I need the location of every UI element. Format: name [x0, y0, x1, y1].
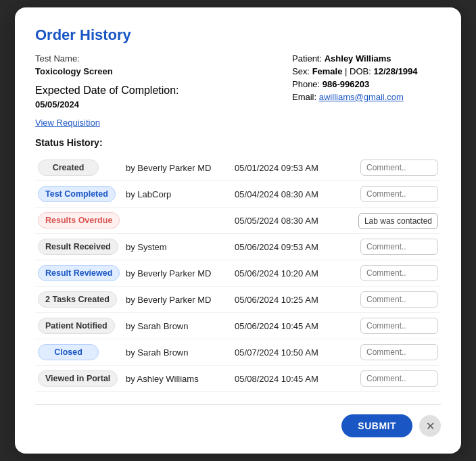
comment-input[interactable] [360, 318, 438, 334]
patient-name-line: Patient: Ashley Williams [292, 53, 441, 64]
sex-value: Female [312, 66, 343, 76]
sex-dob-line: Sex: Female | DOB: 12/28/1994 [292, 66, 441, 76]
info-right: Patient: Ashley Williams Sex: Female | D… [292, 53, 441, 110]
comment-input[interactable] [360, 344, 438, 360]
by-column: by Beverly Parker MD [123, 155, 232, 181]
by-column: by Beverly Parker MD [123, 260, 232, 287]
info-row: Test Name: Toxicology Screen Expected Da… [35, 53, 441, 110]
status-badge: 2 Tasks Created [38, 291, 117, 308]
by-column: by Sarah Brown [123, 313, 232, 339]
by-column: by Ashley Williams [123, 366, 232, 392]
status-badge: Viewed in Portal [38, 370, 118, 387]
date-column: 05/04/2024 08:30 AM [232, 181, 339, 208]
date-column: 05/05/2024 08:30 AM [232, 208, 339, 234]
date-column: 05/07/2024 10:50 AM [232, 339, 339, 366]
table-row: Createdby Beverly Parker MD05/01/2024 09… [35, 155, 441, 181]
expected-date-value: 05/05/2024 [35, 99, 179, 110]
expected-date-label: Expected Date of Completion: [35, 84, 179, 97]
phone-label: Phone: [292, 79, 320, 89]
table-row: Test Completedby LabCorp05/04/2024 08:30… [35, 181, 441, 208]
card-title: Order History [35, 26, 441, 44]
table-row: Patient Notifiedby Sarah Brown05/06/2024… [35, 313, 441, 339]
by-column [123, 208, 232, 234]
by-column: by LabCorp [123, 181, 232, 208]
date-column: 05/06/2024 10:45 AM [232, 313, 339, 339]
by-column: by Beverly Parker MD [123, 287, 232, 313]
order-history-card: Order History Test Name: Toxicology Scre… [15, 7, 461, 454]
phone-line: Phone: 986-996203 [292, 79, 441, 89]
status-badge: Created [38, 160, 99, 176]
test-name-value: Toxicology Screen [35, 66, 179, 76]
status-badge: Closed [38, 344, 99, 360]
table-row: Result Reviewedby Beverly Parker MD05/06… [35, 260, 441, 287]
dob-value: 12/28/1994 [374, 66, 418, 76]
comment-input[interactable] [360, 265, 438, 281]
divider [35, 404, 441, 405]
submit-button[interactable]: SUBMIT [341, 414, 412, 437]
date-column: 05/08/2024 10:45 AM [232, 366, 339, 392]
date-column: 05/06/2024 10:25 AM [232, 287, 339, 313]
info-left: Test Name: Toxicology Screen Expected Da… [35, 53, 179, 110]
view-requisition-link[interactable]: View Requisition [35, 118, 100, 128]
dob-label: DOB: [350, 66, 371, 76]
comment-input[interactable] [360, 239, 438, 255]
footer: SUBMIT ✕ [35, 414, 441, 437]
status-history-label: Status History: [35, 137, 441, 148]
email-label: Email: [292, 92, 316, 102]
email-line: Email: awilliams@gmail.com [292, 92, 441, 102]
comment-input[interactable] [360, 160, 438, 176]
date-column: 05/01/2024 09:53 AM [232, 155, 339, 181]
comment-input[interactable] [360, 186, 438, 202]
phone-value: 986-996203 [323, 79, 369, 89]
status-badge: Result Received [38, 239, 118, 255]
table-row: 2 Tasks Createdby Beverly Parker MD05/06… [35, 287, 441, 313]
date-column: 05/06/2024 09:53 AM [232, 234, 339, 260]
comment-input[interactable] [360, 370, 438, 387]
test-name-label: Test Name: [35, 53, 179, 64]
table-row: Result Receivedby System05/06/2024 09:53… [35, 234, 441, 260]
close-button[interactable]: ✕ [419, 415, 441, 437]
email-value[interactable]: awilliams@gmail.com [319, 92, 404, 102]
status-badge: Result Reviewed [38, 265, 120, 281]
sex-label: Sex: [292, 66, 310, 76]
status-badge: Test Completed [38, 186, 116, 202]
table-row: Closedby Sarah Brown05/07/2024 10:50 AM [35, 339, 441, 366]
history-table: Createdby Beverly Parker MD05/01/2024 09… [35, 155, 441, 392]
comment-filled: Lab was contacted [358, 213, 438, 229]
table-row: Results Overdue05/05/2024 08:30 AMLab wa… [35, 208, 441, 234]
date-column: 05/06/2024 10:20 AM [232, 260, 339, 287]
by-column: by Sarah Brown [123, 339, 232, 366]
patient-name: Ashley Williams [325, 53, 391, 64]
patient-label: Patient: [292, 53, 322, 64]
table-row: Viewed in Portalby Ashley Williams05/08/… [35, 366, 441, 392]
status-badge: Results Overdue [38, 212, 120, 228]
comment-input[interactable] [360, 291, 438, 308]
by-column: by System [123, 234, 232, 260]
status-badge: Patient Notified [38, 318, 115, 334]
